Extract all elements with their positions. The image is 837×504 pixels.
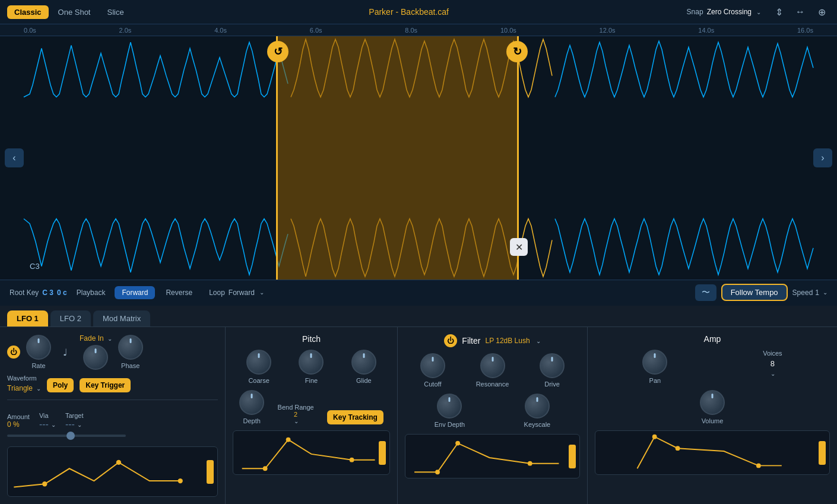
loop-overlay[interactable]: ↺ ↻ ✕ (276, 36, 519, 280)
pitch-depth-label: Depth (243, 417, 261, 424)
pitch-coarse-knob[interactable] (246, 350, 271, 375)
fade-selector[interactable]: Fade In ⌄ (80, 334, 112, 343)
nav-right-arrow[interactable]: › (813, 148, 832, 167)
bottom-controls: Root Key C 3 0 c Playback Forward Revers… (0, 280, 837, 305)
filter-envdepth-knob[interactable] (437, 394, 462, 419)
fade-value: Fade In (80, 334, 104, 343)
timeline: 0.0s 2.0s 4.0s 6.0s 8.0s 10.0s 12.0s 14.… (0, 24, 837, 36)
bend-dropdown[interactable]: ⌄ (294, 418, 299, 424)
svg-point-2 (178, 478, 183, 483)
expand-icon-button[interactable]: ↔ (792, 4, 809, 20)
phase-knob-group: Phase (118, 335, 143, 369)
amp-section: Amp Pan Voices 8 ⌄ Volume (588, 327, 837, 504)
pitch-depth-knob[interactable] (239, 390, 264, 415)
filter-type-value[interactable]: LP 12dB Lush (485, 337, 530, 345)
amount-slider[interactable] (7, 435, 126, 437)
filter-cutoff-knob[interactable] (420, 353, 445, 378)
target-dropdown[interactable]: ⌄ (77, 421, 82, 428)
filter-resonance-knob[interactable] (480, 353, 505, 378)
loop-dropdown-arrow[interactable]: ⌄ (259, 289, 264, 296)
amp-pan-knob[interactable] (642, 350, 667, 375)
loop-close-button[interactable]: ✕ (510, 238, 528, 256)
bend-range-area: Bend Range 2 ⌄ (278, 404, 314, 424)
loop-value[interactable]: Forward (229, 289, 255, 297)
bend-range-value[interactable]: 2 (294, 411, 297, 418)
poly-button[interactable]: Poly (47, 378, 74, 392)
pitch-envelope (233, 430, 390, 475)
forward-button[interactable]: Forward (115, 286, 155, 299)
fade-dropdown[interactable]: ⌄ (107, 335, 112, 342)
snap-value[interactable]: Zero Crossing (707, 8, 752, 16)
tab-lfo1[interactable]: LFO 1 (7, 310, 48, 327)
loop-label: Loop (209, 289, 225, 297)
pitch-glide-label: Glide (356, 377, 372, 384)
more-icon-button[interactable]: ⊕ (813, 4, 830, 20)
snap-label: Snap (687, 8, 703, 16)
right-controls: 〜 Follow Tempo Speed 1 ⌄ (695, 284, 828, 301)
fade-knob[interactable] (83, 345, 108, 370)
filter-envelope (405, 434, 580, 478)
filter-power-button[interactable]: ⏻ (444, 334, 457, 347)
amp-volume-knob[interactable] (700, 390, 725, 415)
lfo-power-button[interactable]: ⏻ (7, 345, 20, 359)
playback-label: Playback (77, 289, 106, 297)
waveform-selector[interactable]: Triangle ⌄ (7, 384, 41, 392)
amp-knobs-row2: Volume (595, 390, 830, 424)
oneshot-mode-button[interactable]: One Shot (51, 5, 98, 19)
filter-drive-label: Drive (544, 381, 560, 388)
resize-icon-button[interactable]: ⇕ (771, 4, 787, 20)
loop-end-handle[interactable]: ↻ (506, 41, 528, 62)
amp-envelope (595, 430, 830, 475)
loop-start-handle[interactable]: ↺ (267, 41, 288, 62)
pitch-glide-knob[interactable] (351, 350, 376, 375)
slice-mode-button[interactable]: Slice (100, 5, 131, 19)
snap-dropdown-arrow[interactable]: ⌄ (756, 9, 761, 15)
follow-tempo-button[interactable]: Follow Tempo (721, 284, 788, 301)
svg-point-0 (42, 481, 47, 486)
waveform-label: Waveform (7, 375, 41, 382)
pitch-coarse-label: Coarse (248, 377, 269, 384)
amount-slider-thumb[interactable] (66, 432, 75, 440)
voices-dropdown[interactable]: ⌄ (771, 370, 775, 377)
speed-dropdown-arrow[interactable]: ⌄ (823, 289, 828, 296)
classic-mode-button[interactable]: Classic (7, 5, 49, 19)
phase-knob[interactable] (118, 335, 143, 360)
filter-drive-knob[interactable] (540, 353, 565, 378)
voices-area: Voices 8 ⌄ (763, 350, 782, 384)
filter-keyscale-knob[interactable] (525, 394, 550, 419)
filter-envelope-svg (405, 435, 579, 478)
pitch-fine-knob[interactable] (299, 350, 324, 375)
waveform-dropdown[interactable]: ⌄ (36, 385, 41, 392)
lfo-envelope (7, 446, 218, 497)
waveform-area[interactable]: ‹ › ↺ ↻ ✕ C3 (0, 36, 837, 280)
filter-knobs-row2: Env Depth Keyscale (405, 394, 580, 428)
marker-2: 4.0s (214, 27, 227, 34)
keytrigger-button[interactable]: Key Trigger (80, 378, 131, 392)
top-icons: ⇕ ↔ ⊕ (771, 4, 830, 20)
svg-point-6 (435, 470, 440, 474)
speed-value: 1 (815, 289, 819, 297)
marker-7: 14.0s (698, 27, 714, 34)
voices-value[interactable]: 8 (771, 359, 775, 368)
playback-buttons: Forward Reverse (115, 286, 199, 299)
filter-title: Filter (462, 336, 480, 345)
speed-label: Speed (792, 289, 813, 297)
rate-knob[interactable] (26, 335, 51, 360)
root-key-value[interactable]: C 3 (42, 289, 53, 297)
note-icon-button[interactable]: ♩ (57, 344, 74, 360)
key-tracking-button[interactable]: Key Tracking (327, 410, 383, 424)
amp-env-rect (819, 441, 826, 465)
filter-env-rect (569, 445, 576, 468)
via-dropdown[interactable]: ⌄ (51, 421, 56, 428)
nav-left-arrow[interactable]: ‹ (5, 148, 24, 167)
pitch-env-rect (379, 441, 386, 465)
via-value: --- (39, 419, 49, 430)
reverse-button[interactable]: Reverse (158, 286, 199, 299)
waveform-icon-button[interactable]: 〜 (695, 284, 716, 301)
cents-value[interactable]: 0 c (57, 289, 67, 297)
svg-point-4 (286, 438, 291, 442)
filter-type-dropdown[interactable]: ⌄ (536, 338, 541, 344)
tab-lfo2[interactable]: LFO 2 (50, 310, 91, 327)
marker-1: 2.0s (119, 27, 132, 34)
tab-mod-matrix[interactable]: Mod Matrix (93, 310, 150, 327)
